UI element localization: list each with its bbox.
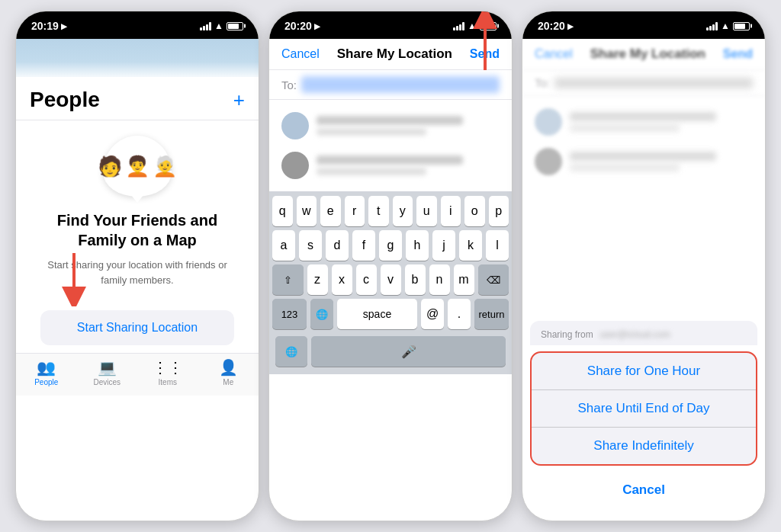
key-f[interactable]: f <box>352 230 375 261</box>
key-emoji[interactable]: 🌐 <box>310 299 333 329</box>
key-r[interactable]: r <box>345 196 365 226</box>
key-w[interactable]: w <box>297 196 317 226</box>
status-bar-3: 20:20 ▶ ▲ <box>522 11 765 39</box>
key-l[interactable]: l <box>486 230 509 261</box>
key-period[interactable]: . <box>448 299 471 329</box>
time-1: 20:19 <box>31 20 59 32</box>
cancel-sharing-button[interactable]: Cancel <box>530 472 757 508</box>
avatar-emoji-1: 🧑 <box>98 155 122 178</box>
key-u[interactable]: u <box>416 196 437 226</box>
key-m[interactable]: m <box>454 264 474 295</box>
key-y[interactable]: y <box>393 196 413 226</box>
location-arrow-icon-3: ▶ <box>567 22 574 30</box>
contact-detail-2 <box>317 168 426 175</box>
people-title: People <box>30 88 100 112</box>
to-label-blurred-3: To: <box>535 76 550 89</box>
key-d[interactable]: d <box>326 230 349 261</box>
map-preview <box>16 39 259 77</box>
key-globe[interactable]: 🌐 <box>275 336 307 367</box>
phone-2: 20:20 ▶ ▲ Cancel Share My Location Send … <box>268 11 513 521</box>
red-arrow-down-icon <box>51 249 97 306</box>
key-v[interactable]: v <box>381 264 401 295</box>
contact-info-2 <box>317 155 500 175</box>
key-p[interactable]: p <box>489 196 509 226</box>
key-e[interactable]: e <box>320 196 341 226</box>
avatar-emoji-3: 🧑‍🦳 <box>153 155 177 178</box>
tab-items-label: Items <box>159 378 177 386</box>
time-3: 20:20 <box>538 20 565 32</box>
contact-item-2 <box>269 146 512 185</box>
phone-1: 20:19 ▶ ▲ People + 🧑 🧑‍🦱 <box>15 11 259 521</box>
key-t[interactable]: t <box>368 196 389 226</box>
tab-items[interactable]: ⋮⋮ Items <box>137 358 198 386</box>
recipient-field-2[interactable] <box>301 76 500 93</box>
contact-item-4 <box>522 142 765 181</box>
key-k[interactable]: k <box>459 230 482 261</box>
key-c[interactable]: c <box>356 264 377 295</box>
key-j[interactable]: j <box>432 230 455 261</box>
signal-icon-2 <box>453 22 464 30</box>
contact-list-3 <box>522 96 765 187</box>
contact-detail-3 <box>570 124 680 132</box>
avatar-emojis: 🧑 🧑‍🦱 🧑‍🦳 <box>98 155 177 178</box>
battery-icon-3 <box>733 22 750 30</box>
share-end-of-day-option[interactable]: Share Until End of Day <box>532 390 756 428</box>
avatar-group: 🧑 🧑‍🦱 🧑‍🦳 <box>103 136 172 197</box>
contact-item-1 <box>269 106 512 146</box>
share-options-panel: Share for One Hour Share Until End of Da… <box>530 351 757 466</box>
contact-avatar-3 <box>535 108 562 136</box>
battery-icon-1 <box>227 22 243 30</box>
start-sharing-button[interactable]: Start Sharing Location <box>40 310 234 345</box>
contact-item-3 <box>522 102 765 142</box>
time-2: 20:20 <box>284 20 312 32</box>
cancel-button-2[interactable]: Cancel <box>281 47 320 61</box>
contact-avatar-4 <box>535 148 562 175</box>
items-tab-icon: ⋮⋮ <box>153 358 183 377</box>
key-o[interactable]: o <box>464 196 485 226</box>
key-i[interactable]: i <box>441 196 461 226</box>
share-my-location-title-2: Share My Location <box>337 46 452 62</box>
key-a[interactable]: a <box>272 230 295 261</box>
keyboard-bottom-row: 🌐 🎤 <box>272 333 509 371</box>
key-at[interactable]: @ <box>421 299 444 329</box>
keyboard-row-2: a s d f g h j k l <box>272 230 509 261</box>
key-shift[interactable]: ⇧ <box>272 264 304 295</box>
me-tab-icon: 👤 <box>219 358 238 377</box>
share-indefinitely-option[interactable]: Share Indefinitely <box>532 428 756 464</box>
key-space[interactable]: space <box>337 299 417 329</box>
contact-info-4 <box>570 152 753 171</box>
wifi-icon-3: ▲ <box>721 21 730 31</box>
key-q[interactable]: q <box>272 196 293 226</box>
send-blurred-3: Send <box>723 47 753 61</box>
share-one-hour-option[interactable]: Share for One Hour <box>532 353 756 390</box>
key-delete[interactable]: ⌫ <box>478 264 509 295</box>
cancel-blurred-3: Cancel <box>535 47 573 61</box>
find-friends-title: Find Your Friends and Family on a Map <box>39 210 236 250</box>
key-return[interactable]: return <box>474 299 509 329</box>
contact-name-2 <box>317 155 463 165</box>
signal-icon-1 <box>200 22 211 30</box>
key-n[interactable]: n <box>429 264 450 295</box>
key-microphone[interactable]: 🎤 <box>311 336 506 367</box>
add-button[interactable]: + <box>233 90 245 110</box>
key-g[interactable]: g <box>379 230 402 261</box>
contact-info-3 <box>570 112 753 132</box>
key-z[interactable]: z <box>307 264 328 295</box>
keyboard-row-1: q w e r t y u i o p <box>272 196 509 226</box>
tab-devices[interactable]: 💻 Devices <box>77 358 138 386</box>
devices-tab-icon: 💻 <box>98 358 117 377</box>
tab-people[interactable]: 👥 People <box>16 358 77 386</box>
tab-devices-label: Devices <box>93 378 121 386</box>
key-x[interactable]: x <box>332 264 352 295</box>
key-h[interactable]: h <box>406 230 429 261</box>
share-options-container: Sharing from user@icloud.com Share for O… <box>522 321 765 521</box>
contact-list-2 <box>269 100 512 191</box>
key-b[interactable]: b <box>405 264 426 295</box>
key-s[interactable]: s <box>299 230 322 261</box>
tab-me-label: Me <box>223 378 233 386</box>
key-numbers[interactable]: 123 <box>272 299 307 329</box>
tab-me[interactable]: 👤 Me <box>198 358 259 386</box>
location-arrow-icon-2: ▶ <box>314 22 320 30</box>
contact-name-3 <box>570 112 716 121</box>
wifi-icon-1: ▲ <box>214 21 223 31</box>
